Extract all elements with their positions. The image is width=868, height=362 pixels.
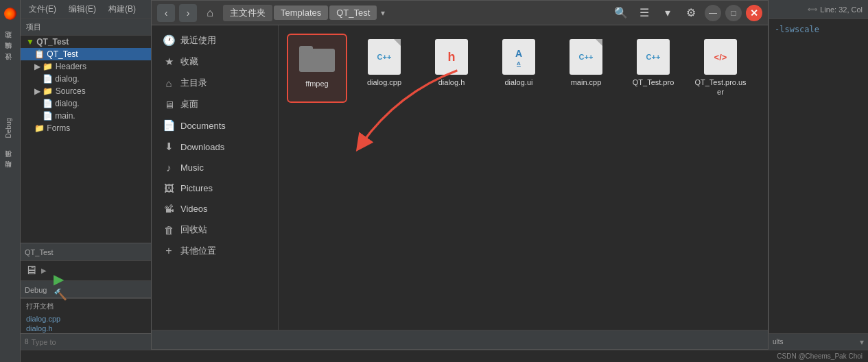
breadcrumb-templates[interactable]: Templates [274,5,328,20]
sidebar-item-videos[interactable]: 📽 Videos [154,199,275,219]
tree-item-qttest-root[interactable]: ▼ QT_Test [21,36,151,48]
sidebar-desktop-label: 桌面 [180,98,198,110]
open-docs-label: 打开文档 [26,302,166,311]
sidebar-recent-label: 最近使用 [180,34,216,47]
home-button[interactable]: ⌂ [201,4,219,22]
open-doc-dialog-h[interactable]: dialog.h [26,324,166,333]
label-help[interactable]: 帮助 [2,171,14,176]
recent-icon: 🕐 [163,34,175,47]
expand-arrow[interactable]: ▶ [41,267,47,274]
results-dropdown-icon[interactable]: ▾ [860,337,864,347]
sidebar-item-recent[interactable]: 🕐 最近使用 [154,30,275,51]
file-label-qt-test-pro: QT_Test.pro [633,77,675,87]
run-button[interactable]: ▶ [54,271,64,287]
downloads-icon: ⬇ [163,141,175,153]
nav-back-button[interactable]: ‹ [157,4,175,22]
breadcrumb-home[interactable]: 主文件夹 [223,5,272,21]
breadcrumb-dropdown-icon[interactable]: ▾ [378,8,388,18]
menu-edit[interactable]: 编辑(E) [63,2,102,16]
fm-content: ffmpeg C++ dialog.cpp h dialog.h [279,25,768,330]
label-project[interactable]: 项目 [2,160,14,165]
firefox-icon[interactable] [2,5,19,22]
search-bar: 8 [21,333,172,350]
csdn-attribution: CSDN @Cheems_Pak Choi [777,352,863,360]
file-item-dialog-cpp[interactable]: C++ dialog.cpp [354,34,414,103]
maximize-button[interactable]: □ [725,5,742,21]
project-header: 项目 [21,19,151,36]
sidebar-item-documents[interactable]: 📄 Documents [154,115,275,136]
cpp-icon-main: C++ [568,39,604,75]
results-label: ults [773,338,784,346]
tree-item-qttest[interactable]: 📋 QT_Test [21,48,151,60]
label-edit[interactable]: 编辑 [2,52,14,58]
tree-item-headers[interactable]: ▶ 📁 Headers [21,60,151,73]
ide-panel: 文件(E) 编辑(E) 构建(B) 项目 ▼ QT_Test 📋 QT_Test… [21,0,151,362]
view-dropdown-icon-btn[interactable]: ▾ [658,3,677,23]
file-label-main-cpp: main.cpp [571,77,602,87]
sidebar-music-label: Music [180,162,204,173]
file-item-dialog-h[interactable]: h dialog.h [421,34,482,103]
fm-statusbar [152,330,768,349]
file-label-dialog-h: dialog.h [438,77,465,87]
sidebar-item-pictures[interactable]: 🖼 Pictures [154,178,275,198]
home-dir-icon: ⌂ [163,77,175,89]
nav-forward-button[interactable]: › [179,4,197,22]
close-button[interactable]: ✕ [746,5,762,21]
ide-sidebar: 项目 ▼ QT_Test 📋 QT_Test ▶ 📁 Headers 📄 dia… [21,19,151,243]
menu-file[interactable]: 文件(E) [23,2,62,16]
other-places-icon: + [163,245,175,257]
sidebar-item-trash[interactable]: 🗑 回收站 [154,219,275,240]
sidebar-item-desktop[interactable]: 🖥 桌面 [154,94,275,114]
file-item-ffmpeg[interactable]: ffmpeg [287,34,347,103]
sidebar-item-other-places[interactable]: + 其他位置 [154,241,275,261]
debug-label: Debug [25,286,47,294]
lsw-text: -lswscale [775,25,819,34]
svg-rect-1 [299,46,313,53]
breadcrumb-qttest[interactable]: QT_Test [329,5,377,20]
fm-titlebar: ‹ › ⌂ 主文件夹 Templates QT_Test ▾ 🔍 ☰ ▾ ⚙ —… [152,1,768,25]
tree-item-main-cpp[interactable]: 📄 main. [21,110,151,122]
sidebar-item-home[interactable]: ⌂ 主目录 [154,73,275,93]
file-item-dialog-ui[interactable]: A A dialog.ui [489,34,549,103]
search-input[interactable] [32,338,167,346]
bottom-strip: CSDN @Cheems_Pak Choi [0,350,868,362]
file-item-main-cpp[interactable]: C++ main.cpp [556,34,616,103]
sidebar-item-favorites[interactable]: ★ 收藏 [154,51,275,72]
sidebar-item-downloads[interactable]: ⬇ Downloads [154,136,275,157]
favorites-icon: ★ [163,56,175,68]
file-label-dialog-ui: dialog.ui [505,77,533,87]
label-design[interactable]: 设计 [2,63,14,69]
search-icon-btn[interactable]: 🔍 [611,3,631,23]
folder-icon-ffmpeg [299,40,335,76]
build-button[interactable]: 🔨 [54,288,67,301]
tree-item-dialog-h[interactable]: 📄 dialog. [21,73,151,85]
tree-item-dialog-cpp[interactable]: 📄 dialog. [21,97,151,110]
sidebar-documents-label: Documents [180,121,226,131]
sidebar-item-music[interactable]: ♪ Music [154,158,275,178]
label-debug[interactable]: Debug [3,115,14,141]
minimize-button[interactable]: — [705,5,721,21]
file-item-qt-test-pro-user[interactable]: </> QT_Test.pro.user [690,34,751,103]
line-chevron: ⟺ [808,5,817,13]
fm-body: 🕐 最近使用 ★ 收藏 ⌂ 主目录 🖥 桌面 📄 Documents ⬇ Do [152,25,768,330]
trash-icon: 🗑 [163,224,175,236]
settings-icon-btn[interactable]: ⚙ [681,3,701,23]
results-bar: ults ▾ [769,333,868,350]
label-welcome[interactable]: 欢迎 [2,41,14,47]
tree-item-forms[interactable]: 📁 Forms [21,122,151,134]
view-list-icon-btn[interactable]: ☰ [635,3,654,23]
menu-build[interactable]: 构建(B) [103,2,141,16]
tree-item-sources[interactable]: ▶ 📁 Sources [21,85,151,97]
open-doc-dialog-cpp[interactable]: dialog.cpp [26,314,166,324]
search-number: 8 [25,338,29,346]
fm-sidebar: 🕐 最近使用 ★ 收藏 ⌂ 主目录 🖥 桌面 📄 Documents ⬇ Do [152,25,279,330]
breadcrumb: 主文件夹 Templates QT_Test ▾ [223,5,388,21]
right-top-bar: ⟺ Line: 32, Col [769,0,868,19]
file-label-ffmpeg: ffmpeg [305,79,328,88]
sidebar-videos-label: Videos [180,204,208,214]
file-item-qt-test-pro[interactable]: C++ QT_Test.pro [623,34,683,103]
xml-icon: </> [703,39,738,75]
file-label-qt-test-pro-user: QT_Test.pro.user [693,77,748,97]
sidebar-downloads-label: Downloads [180,142,224,152]
project-tree: ▼ QT_Test 📋 QT_Test ▶ 📁 Headers 📄 dialog… [21,36,151,243]
